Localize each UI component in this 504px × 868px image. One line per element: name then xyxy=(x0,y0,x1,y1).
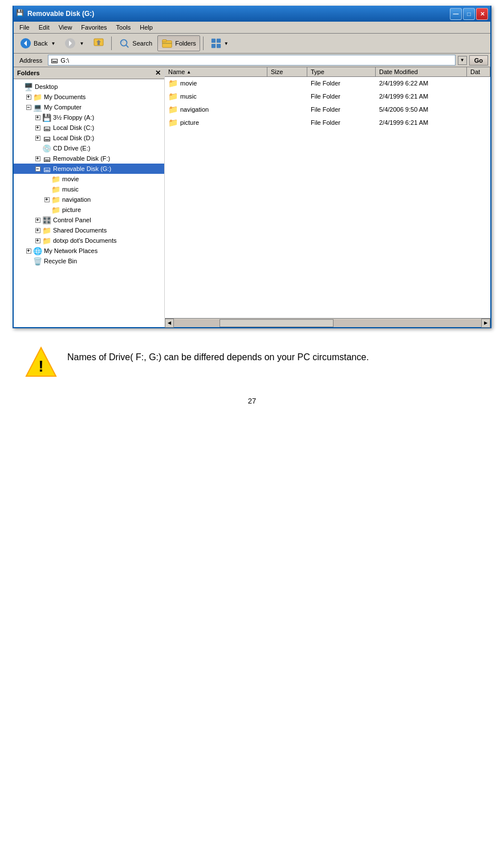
forward-icon xyxy=(64,38,76,49)
forward-dropdown-icon[interactable]: ▼ xyxy=(79,41,84,46)
tree-label-picture: picture xyxy=(62,206,81,213)
expander-removable-g[interactable]: − xyxy=(33,164,42,173)
menu-edit[interactable]: Edit xyxy=(35,23,53,32)
back-button[interactable]: Back ▼ xyxy=(16,35,59,51)
main-area: Folders ✕ 🖥️ Desktop + 📁 My Documents xyxy=(14,67,490,318)
menu-tools[interactable]: Tools xyxy=(113,23,135,32)
file-row-movie[interactable]: 📁 movie File Folder 2/4/1999 6:22 AM xyxy=(165,77,490,90)
expander-control-panel[interactable]: + xyxy=(33,215,42,225)
desktop-icon: 🖥️ xyxy=(24,82,33,91)
tree-item-removable-g[interactable]: − 🖴 Removable Disk (G:) xyxy=(14,164,164,174)
tree-item-movie[interactable]: 📁 movie xyxy=(14,174,164,184)
expander-movie xyxy=(42,174,51,184)
title-bar: 💾 Removable Disk (G:) — □ ✕ xyxy=(14,6,490,22)
file-type-picture: File Folder xyxy=(307,117,376,128)
col-header-date[interactable]: Date Modified xyxy=(376,67,467,76)
tree-label-cd-e: CD Drive (E:) xyxy=(53,145,90,152)
file-row-music[interactable]: 📁 music File Folder 2/4/1999 6:21 AM xyxy=(165,90,490,103)
tree-item-my-documents[interactable]: + 📁 My Documents xyxy=(14,92,164,102)
folders-header: Folders ✕ xyxy=(14,67,164,79)
folders-label: Folders xyxy=(175,40,196,47)
expander-cd-e xyxy=(33,144,42,153)
tree-item-dotxp-docs[interactable]: + 📁 dotxp dot's Documents xyxy=(14,235,164,246)
scroll-right-button[interactable]: ▶ xyxy=(481,319,490,328)
expander-shared-docs[interactable]: + xyxy=(33,226,42,235)
floppy-icon: 💾 xyxy=(42,113,51,122)
tree-item-music[interactable]: 📁 music xyxy=(14,184,164,194)
expander-my-computer[interactable]: − xyxy=(24,103,33,112)
minimize-button[interactable]: — xyxy=(450,8,462,20)
folders-icon xyxy=(161,38,173,49)
address-input[interactable] xyxy=(60,57,452,64)
horizontal-scrollbar[interactable]: ◀ ▶ xyxy=(165,318,490,327)
window-icon: 💾 xyxy=(16,9,25,18)
file-list: Name ▲ Size Type Date Modified Dat xyxy=(165,67,490,318)
scroll-left-button[interactable]: ◀ xyxy=(165,319,174,328)
search-button[interactable]: Search xyxy=(115,35,156,51)
expander-local-c[interactable]: + xyxy=(33,123,42,132)
svg-point-9 xyxy=(122,40,124,43)
back-dropdown-icon[interactable]: ▼ xyxy=(51,41,55,46)
folders-close-button[interactable]: ✕ xyxy=(155,69,161,77)
col-header-size[interactable]: Size xyxy=(267,67,307,76)
file-folder-icon-navigation: 📁 xyxy=(168,105,178,114)
scroll-thumb[interactable] xyxy=(220,319,334,327)
expander-local-d[interactable]: + xyxy=(33,133,42,142)
go-button[interactable]: Go xyxy=(469,55,488,66)
tree-label-my-documents: My Documents xyxy=(44,93,86,100)
tree-item-shared-docs[interactable]: + 📁 Shared Documents xyxy=(14,225,164,235)
tree-item-control-panel[interactable]: + 🎛️ Control Panel xyxy=(14,215,164,225)
col-header-type[interactable]: Type xyxy=(307,67,376,76)
svg-rect-16 xyxy=(217,44,221,48)
close-button[interactable]: ✕ xyxy=(476,8,488,20)
tree-item-cd-e[interactable]: 💿 CD Drive (E:) xyxy=(14,143,164,153)
file-date-music: 2/4/1999 6:21 AM xyxy=(376,91,467,101)
expander-removable-f[interactable]: + xyxy=(33,154,42,163)
tree-item-local-c[interactable]: + 🖴 Local Disk (C:) xyxy=(14,123,164,133)
expander-navigation[interactable]: + xyxy=(42,195,51,204)
expander-my-documents[interactable]: + xyxy=(24,92,33,101)
local-c-icon: 🖴 xyxy=(42,123,51,132)
expander-network-places[interactable]: + xyxy=(24,246,33,255)
removable-f-icon: 🖴 xyxy=(42,154,51,163)
my-computer-icon: 💻 xyxy=(33,103,42,112)
file-date-navigation: 5/4/2006 9:50 AM xyxy=(376,104,467,115)
tree-item-recycle-bin[interactable]: 🗑️ Recycle Bin xyxy=(14,256,164,266)
col-header-extra[interactable]: Dat xyxy=(467,67,490,76)
expander-floppy[interactable]: + xyxy=(33,113,42,122)
menu-file[interactable]: File xyxy=(16,23,33,32)
tree-item-local-d[interactable]: + 🖴 Local Disk (D:) xyxy=(14,133,164,143)
expander-desktop xyxy=(15,82,24,91)
expander-dotxp-docs[interactable]: + xyxy=(33,236,42,245)
svg-rect-11 xyxy=(162,40,166,42)
file-row-navigation[interactable]: 📁 navigation File Folder 5/4/2006 9:50 A… xyxy=(165,103,490,116)
address-input-wrapper: 🖴 xyxy=(48,55,455,66)
col-header-name[interactable]: Name ▲ xyxy=(165,67,267,76)
tree-label-local-c: Local Disk (C:) xyxy=(53,124,94,131)
tree-item-picture[interactable]: 📁 picture xyxy=(14,205,164,215)
forward-button[interactable]: ▼ xyxy=(60,35,88,51)
file-size-movie xyxy=(267,81,307,85)
menu-favorites[interactable]: Favorites xyxy=(78,23,110,32)
views-button[interactable]: ▼ xyxy=(206,35,233,51)
address-dropdown-button[interactable]: ▼ xyxy=(458,56,467,65)
tree-item-my-computer[interactable]: − 💻 My Computer xyxy=(14,102,164,112)
folders-button[interactable]: Folders xyxy=(157,35,200,51)
file-row-picture[interactable]: 📁 picture File Folder 2/4/1999 6:21 AM xyxy=(165,116,490,129)
scroll-track[interactable] xyxy=(174,319,481,327)
views-dropdown-icon[interactable]: ▼ xyxy=(224,41,229,46)
tree-item-navigation[interactable]: + 📁 navigation xyxy=(14,194,164,205)
tree-item-desktop[interactable]: 🖥️ Desktop xyxy=(14,81,164,92)
menu-view[interactable]: View xyxy=(55,23,76,32)
tree-item-removable-f[interactable]: + 🖴 Removable Disk (F:) xyxy=(14,153,164,164)
window-controls: — □ ✕ xyxy=(450,8,488,20)
up-icon xyxy=(93,38,104,49)
up-button[interactable] xyxy=(89,35,108,51)
maximize-button[interactable]: □ xyxy=(463,8,475,20)
file-name-navigation: 📁 navigation xyxy=(165,103,267,116)
picture-icon: 📁 xyxy=(51,205,60,214)
expander-music xyxy=(42,185,51,194)
tree-item-floppy[interactable]: + 💾 3½ Floppy (A:) xyxy=(14,112,164,123)
tree-item-network-places[interactable]: + 🌐 My Network Places xyxy=(14,246,164,256)
menu-help[interactable]: Help xyxy=(136,23,156,32)
